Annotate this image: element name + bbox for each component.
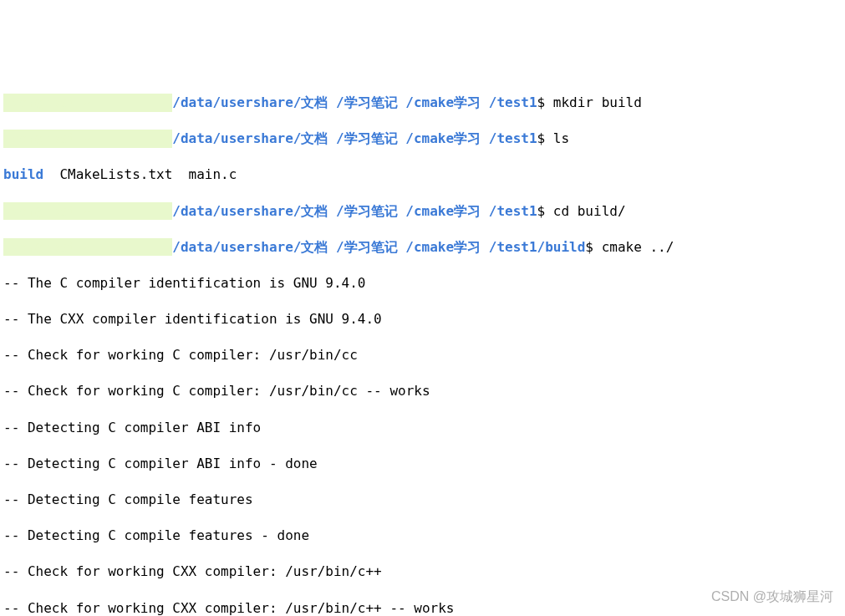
prompt-dollar: $ bbox=[537, 203, 546, 219]
prompt-path: /data/usershare/文档 /学习笔记 /cmake学习 /test1… bbox=[172, 239, 585, 255]
redacted-user-host: user@host:~ bbox=[3, 238, 172, 257]
command-text: cd build/ bbox=[553, 203, 626, 219]
prompt-path: /data/usershare/文档 /学习笔记 /cmake学习 /test1 bbox=[172, 94, 537, 110]
cmake-output-line: -- Detecting C compile features bbox=[3, 491, 842, 509]
terminal-output[interactable]: user@host:~ /data/usershare/文档 /学习笔记 /cm… bbox=[3, 75, 842, 616]
cmake-output-line: -- Check for working CXX compiler: /usr/… bbox=[3, 563, 842, 581]
command-text: mkdir build bbox=[553, 94, 642, 110]
prompt-dollar: $ bbox=[585, 239, 593, 255]
prompt-path: /data/usershare/文档 /学习笔记 /cmake学习 /test1 bbox=[172, 130, 537, 146]
ls-file-entry: CMakeLists.txt bbox=[59, 166, 172, 182]
ls-dir-entry: build bbox=[3, 166, 43, 182]
cmake-output-line: -- Detecting C compile features - done bbox=[3, 527, 842, 545]
cmake-output-line: -- The CXX compiler identification is GN… bbox=[3, 310, 842, 328]
ls-file-entry: main.c bbox=[189, 166, 237, 182]
cmake-output-line: -- Check for working C compiler: /usr/bi… bbox=[3, 382, 842, 400]
prompt-dollar: $ bbox=[537, 130, 546, 146]
cmake-output-line: -- Check for working C compiler: /usr/bi… bbox=[3, 346, 842, 364]
prompt-dollar: $ bbox=[537, 94, 546, 110]
command-text: cmake ../ bbox=[602, 239, 674, 255]
prompt-path: /data/usershare/文档 /学习笔记 /cmake学习 /test1 bbox=[172, 203, 537, 219]
cmake-output-line: -- The C compiler identification is GNU … bbox=[3, 274, 842, 293]
cmake-output-line: -- Detecting C compiler ABI info bbox=[3, 419, 842, 437]
redacted-user-host: user@host:~ bbox=[3, 130, 172, 148]
cmake-output-line: -- Detecting C compiler ABI info - done bbox=[3, 455, 842, 473]
cmake-output-line: -- Check for working CXX compiler: /usr/… bbox=[3, 599, 842, 616]
command-text: ls bbox=[553, 130, 569, 146]
redacted-user-host: user@host:~ bbox=[3, 202, 172, 221]
redacted-user-host: user@host:~ bbox=[3, 94, 172, 112]
